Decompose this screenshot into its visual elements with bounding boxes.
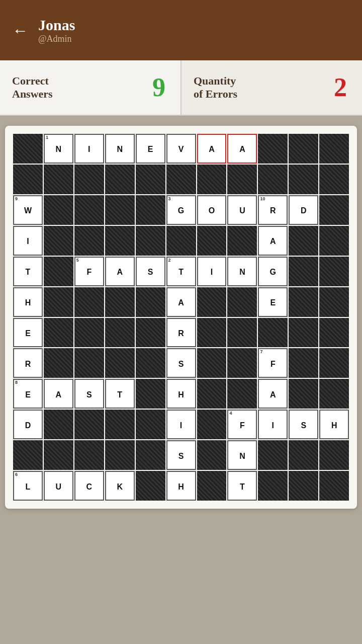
cell-5-3 [105,287,135,317]
cell-11-0[interactable]: 6L [13,471,43,501]
cell-5-0[interactable]: H [13,287,43,317]
cell-9-0[interactable]: D [13,410,43,439]
cell-6-5[interactable]: R [166,318,196,348]
cell-10-8 [258,440,288,470]
cell-7-10 [319,348,349,378]
cell-4-2[interactable]: 5F [74,257,104,286]
cell-3-9 [289,226,318,256]
cell-0-1[interactable]: 1N [44,134,73,164]
cell-8-0[interactable]: 8E [13,379,43,409]
cell-1-8 [258,165,288,194]
cell-4-5[interactable]: 2T [166,257,196,286]
cell-4-0[interactable]: T [13,257,43,286]
cell-2-1 [44,195,73,225]
cell-6-9 [289,318,318,348]
cell-10-7[interactable]: N [227,440,257,470]
cell-0-7[interactable]: A [227,134,257,164]
score-bar: CorrectAnswers 9 Quantityof Errors 2 [0,60,362,116]
correct-label: CorrectAnswers [12,74,53,101]
cell-7-1 [44,348,73,378]
cell-10-10 [319,440,349,470]
cell-0-3[interactable]: N [105,134,135,164]
cell-7-8[interactable]: 7F [258,348,288,378]
cell-0-6[interactable]: A [197,134,227,164]
cell-1-3 [105,165,135,194]
cell-11-7[interactable]: T [227,471,257,501]
cell-2-9[interactable]: D [289,195,318,225]
cell-0-5[interactable]: V [166,134,196,164]
cell-2-2 [74,195,104,225]
errors-label: Quantityof Errors [194,74,237,101]
cell-10-5[interactable]: S [166,440,196,470]
cell-6-6 [197,318,227,348]
cell-8-5[interactable]: H [166,379,196,409]
cell-8-6 [197,379,227,409]
cell-2-0[interactable]: 9W [13,195,43,225]
cell-3-5 [166,226,196,256]
cell-8-1[interactable]: A [44,379,73,409]
cell-4-10 [319,257,349,286]
cell-5-5[interactable]: A [166,287,196,317]
cell-0-2[interactable]: I [74,134,104,164]
crossword-grid: 1N I N E V A A 9W 3G O U 10R D I [13,134,349,501]
cell-6-2 [74,318,104,348]
cell-9-7[interactable]: 4F [227,410,257,439]
cell-1-2 [74,165,104,194]
cell-6-10 [319,318,349,348]
cell-3-2 [74,226,104,256]
cell-2-7[interactable]: U [227,195,257,225]
cell-2-6[interactable]: O [197,195,227,225]
cell-0-4[interactable]: E [136,134,165,164]
cell-1-5 [166,165,196,194]
cell-2-5[interactable]: 3G [166,195,196,225]
cell-11-8 [258,471,288,501]
cell-6-0[interactable]: E [13,318,43,348]
errors-value: 2 [334,74,347,101]
cell-7-5[interactable]: S [166,348,196,378]
cell-8-7 [227,379,257,409]
user-name: Jonas [38,17,75,34]
correct-value: 9 [152,74,165,101]
cell-4-4[interactable]: S [136,257,165,286]
cell-7-0[interactable]: R [13,348,43,378]
cell-4-6[interactable]: I [197,257,227,286]
cell-4-9 [289,257,318,286]
cell-9-8[interactable]: I [258,410,288,439]
cell-4-7[interactable]: N [227,257,257,286]
cell-0-8 [258,134,288,164]
cell-7-3 [105,348,135,378]
cell-11-3[interactable]: K [105,471,135,501]
cell-1-9 [289,165,318,194]
cell-9-9[interactable]: S [289,410,318,439]
cell-0-0 [13,134,43,164]
correct-answers-section: CorrectAnswers 9 [0,60,182,115]
cell-4-8[interactable]: G [258,257,288,286]
cell-3-0[interactable]: I [13,226,43,256]
cell-11-9 [289,471,318,501]
cell-8-3[interactable]: T [105,379,135,409]
cell-9-10[interactable]: H [319,410,349,439]
cell-10-3 [105,440,135,470]
cell-11-1[interactable]: U [44,471,73,501]
cell-2-8[interactable]: 10R [258,195,288,225]
cell-11-5[interactable]: H [166,471,196,501]
cell-9-5[interactable]: I [166,410,196,439]
cell-4-3[interactable]: A [105,257,135,286]
back-button[interactable]: ← [12,21,28,40]
cell-7-6 [197,348,227,378]
cell-11-2[interactable]: C [74,471,104,501]
cell-9-3 [105,410,135,439]
cell-9-1 [44,410,73,439]
cell-8-2[interactable]: S [74,379,104,409]
cell-1-0 [13,165,43,194]
cell-2-4 [136,195,165,225]
cell-3-8[interactable]: A [258,226,288,256]
errors-section: Quantityof Errors 2 [182,60,362,115]
cell-5-8[interactable]: E [258,287,288,317]
cell-1-4 [136,165,165,194]
cell-5-1 [44,287,73,317]
cell-5-9 [289,287,318,317]
cell-7-7 [227,348,257,378]
cell-8-8[interactable]: A [258,379,288,409]
cell-9-2 [74,410,104,439]
